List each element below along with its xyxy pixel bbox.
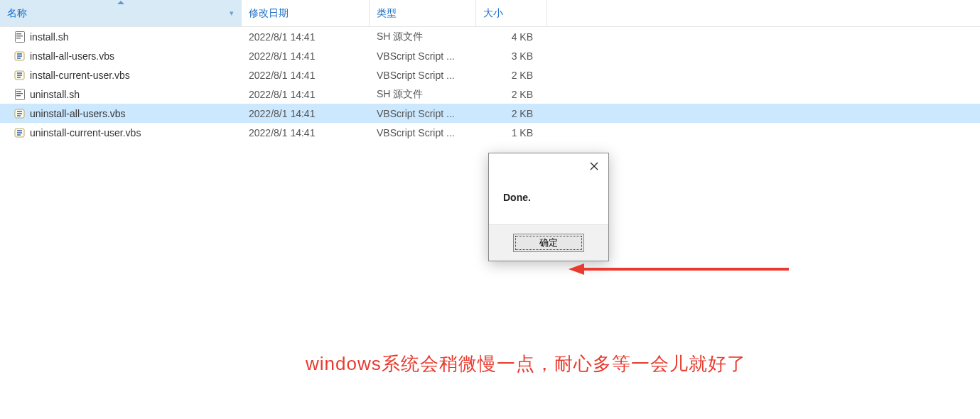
- file-size-cell: 3 KB: [476, 50, 547, 62]
- column-header-date[interactable]: 修改日期: [242, 0, 370, 26]
- close-icon: [590, 162, 598, 170]
- file-name-cell: install.sh: [0, 31, 242, 43]
- column-header-name[interactable]: 名称 ▾: [0, 0, 242, 26]
- file-name-cell: uninstall.sh: [0, 89, 242, 100]
- svg-rect-1: [16, 33, 21, 34]
- file-name-cell: uninstall-current-user.vbs: [0, 127, 242, 138]
- file-row[interactable]: uninstall.sh2022/8/1 14:41SH 源文件2 KB: [0, 85, 980, 104]
- file-row[interactable]: install.sh2022/8/1 14:41SH 源文件4 KB: [0, 27, 980, 46]
- file-size-cell: 2 KB: [476, 70, 547, 81]
- sort-ascending-icon: [117, 1, 124, 4]
- svg-rect-2: [16, 36, 23, 36]
- file-name-cell: install-current-user.vbs: [0, 70, 242, 81]
- file-date-cell: 2022/8/1 14:41: [242, 70, 370, 81]
- file-list: install.sh2022/8/1 14:41SH 源文件4 KBinstal…: [0, 27, 980, 142]
- file-size-cell: 2 KB: [476, 89, 547, 100]
- file-type-cell: VBScript Script ...: [370, 50, 476, 62]
- svg-rect-0: [16, 31, 25, 42]
- file-row[interactable]: install-all-users.vbs2022/8/1 14:41VBScr…: [0, 46, 980, 65]
- vbs-file-icon: [14, 50, 26, 62]
- svg-rect-7: [16, 95, 21, 96]
- file-date-cell: 2022/8/1 14:41: [242, 127, 370, 138]
- column-header-size-label: 大小: [483, 7, 503, 20]
- sh-file-icon: [14, 31, 26, 43]
- message-dialog: Done. 确定: [488, 153, 609, 261]
- file-name-label: install.sh: [30, 31, 68, 43]
- file-name-label: install-all-users.vbs: [30, 50, 114, 62]
- file-date-cell: 2022/8/1 14:41: [242, 89, 370, 100]
- file-name-label: uninstall.sh: [30, 89, 80, 100]
- column-header-type-label: 类型: [377, 7, 397, 20]
- chevron-down-icon[interactable]: ▾: [224, 9, 234, 18]
- file-size-cell: 1 KB: [476, 127, 547, 138]
- file-date-cell: 2022/8/1 14:41: [242, 50, 370, 62]
- file-type-cell: SH 源文件: [370, 88, 476, 101]
- svg-marker-11: [569, 263, 584, 275]
- column-header-row: 名称 ▾ 修改日期 类型 大小: [0, 0, 980, 27]
- annotation-arrow: [569, 262, 789, 276]
- vbs-file-icon: [14, 108, 26, 119]
- sh-file-icon: [14, 89, 26, 100]
- column-header-type[interactable]: 类型: [370, 0, 476, 26]
- file-date-cell: 2022/8/1 14:41: [242, 108, 370, 119]
- file-type-cell: VBScript Script ...: [370, 108, 476, 119]
- column-header-date-label: 修改日期: [249, 7, 289, 20]
- dialog-close-button[interactable]: [580, 153, 608, 179]
- file-size-cell: 2 KB: [476, 108, 547, 119]
- file-row[interactable]: install-current-user.vbs2022/8/1 14:41VB…: [0, 65, 980, 85]
- file-name-label: install-current-user.vbs: [30, 70, 130, 81]
- dialog-titlebar: [489, 153, 608, 179]
- file-name-cell: uninstall-all-users.vbs: [0, 108, 242, 119]
- column-header-name-label: 名称: [7, 7, 27, 20]
- file-name-label: uninstall-current-user.vbs: [30, 127, 141, 138]
- annotation-caption: windows系统会稍微慢一点，耐心多等一会儿就好了: [306, 352, 746, 376]
- file-type-cell: VBScript Script ...: [370, 70, 476, 81]
- file-row[interactable]: uninstall-all-users.vbs2022/8/1 14:41VBS…: [0, 104, 980, 123]
- dialog-footer: 确定: [489, 224, 608, 261]
- file-row[interactable]: uninstall-current-user.vbs2022/8/1 14:41…: [0, 123, 980, 142]
- vbs-file-icon: [14, 70, 26, 81]
- ok-button[interactable]: 确定: [513, 234, 584, 252]
- file-type-cell: VBScript Script ...: [370, 127, 476, 138]
- svg-rect-5: [16, 91, 21, 92]
- dialog-message: Done.: [489, 179, 608, 224]
- svg-rect-6: [16, 93, 23, 94]
- file-name-cell: install-all-users.vbs: [0, 50, 242, 62]
- svg-rect-4: [16, 89, 25, 99]
- svg-rect-3: [16, 38, 21, 38]
- file-name-label: uninstall-all-users.vbs: [30, 108, 126, 119]
- column-header-size[interactable]: 大小: [476, 0, 547, 26]
- file-type-cell: SH 源文件: [370, 31, 476, 43]
- file-size-cell: 4 KB: [476, 31, 547, 43]
- file-date-cell: 2022/8/1 14:41: [242, 31, 370, 43]
- vbs-file-icon: [14, 127, 26, 138]
